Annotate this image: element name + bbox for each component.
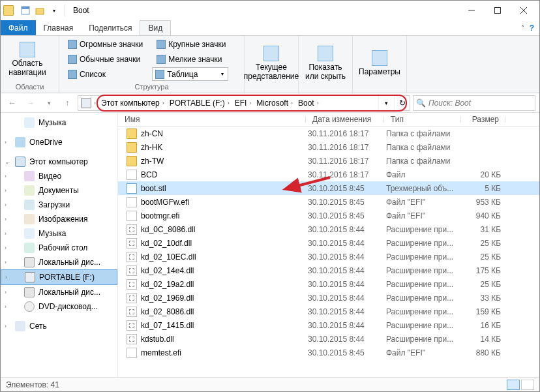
qat-new-folder-icon[interactable] xyxy=(33,4,46,17)
file-row[interactable]: bootmgr.efi30.10.2015 8:45Файл "EFI"940 … xyxy=(118,209,539,222)
crumb-efi[interactable]: EFI› xyxy=(232,96,254,110)
nav-music-label: Музыка xyxy=(38,118,66,127)
tab-home[interactable]: Главная xyxy=(36,20,82,35)
address-bar[interactable]: › Этот компьютер› PORTABLE (F:)› EFI› Mi… xyxy=(78,95,410,111)
nav-documents-label: Документы xyxy=(38,186,79,195)
file-type: Расширение при... xyxy=(386,307,463,316)
nav-dvd[interactable]: ›DVD-дисковод... xyxy=(1,299,117,314)
options-button[interactable]: Параметры xyxy=(357,48,402,79)
file-row[interactable]: zh-TW30.11.2016 18:17Папка с файлами xyxy=(118,154,539,168)
nav-pane-button[interactable]: Область навигации xyxy=(5,39,50,80)
nav-pane-label: Область навигации xyxy=(8,59,46,77)
recent-locations-button[interactable]: ▾ xyxy=(41,95,57,111)
back-button[interactable]: ← xyxy=(5,95,20,111)
file-name: bootMGFw.efi xyxy=(141,198,189,207)
show-hide-label: Показать или скрыть xyxy=(305,63,346,81)
search-input[interactable] xyxy=(428,98,532,108)
file-row[interactable]: memtest.efi30.10.2015 8:45Файл "EFI"880 … xyxy=(118,346,539,359)
tab-file[interactable]: Файл xyxy=(1,20,36,35)
file-row[interactable]: kd_02_1969.dll30.10.2015 8:44Расширение … xyxy=(118,291,539,305)
nav-images[interactable]: ›Изображения xyxy=(1,212,117,226)
nav-localdisk[interactable]: ›Локальный дис... xyxy=(1,255,117,269)
nav-portable[interactable]: ›PORTABLE (F:) xyxy=(1,269,117,285)
file-row[interactable]: kdstub.dll30.10.2015 8:44Расширение при.… xyxy=(118,332,539,346)
help-icon[interactable]: ? xyxy=(530,23,534,33)
crumb-microsoft[interactable]: Microsoft› xyxy=(254,96,295,110)
layout-large[interactable]: Крупные значки xyxy=(152,37,228,51)
maximize-button[interactable] xyxy=(485,1,511,20)
file-size: 880 КБ xyxy=(463,348,507,357)
nav-onedrive[interactable]: ›OneDrive xyxy=(1,135,117,149)
tab-share[interactable]: Поделиться xyxy=(81,20,140,35)
file-row[interactable]: zh-HK30.11.2016 18:17Папка с файлами xyxy=(118,140,539,154)
column-type[interactable]: Тип xyxy=(384,115,461,124)
view-icons-button[interactable] xyxy=(521,380,534,390)
tab-view[interactable]: Вид xyxy=(140,20,171,35)
layout-small[interactable]: Мелкие значки xyxy=(152,52,228,66)
collapse-ribbon-icon[interactable]: ˄ xyxy=(521,24,524,31)
qat-properties-icon[interactable] xyxy=(19,4,32,17)
minimize-button[interactable] xyxy=(458,1,485,20)
nav-music2[interactable]: ›Музыка xyxy=(1,226,117,241)
show-hide-button[interactable]: Показать или скрыть xyxy=(303,43,348,83)
file-size: 25 КБ xyxy=(463,280,507,289)
current-view-label: Текущее представление xyxy=(244,63,299,81)
address-dropdown-button[interactable]: ▾ xyxy=(378,96,394,110)
column-date[interactable]: Дата изменения xyxy=(306,115,384,124)
nav-portable-label: PORTABLE (F:) xyxy=(39,273,95,282)
layout-normal[interactable]: Обычные значки xyxy=(63,52,145,66)
file-row[interactable]: bootMGFw.efi30.10.2015 8:45Файл "EFI"953… xyxy=(118,195,539,209)
close-button[interactable] xyxy=(511,1,537,20)
file-name: boot.stl xyxy=(141,184,166,193)
crumb-efi-label: EFI xyxy=(235,98,247,108)
view-details-button[interactable] xyxy=(507,380,520,390)
column-name[interactable]: Имя xyxy=(118,115,306,124)
qat-dropdown-icon[interactable]: ▾ xyxy=(48,4,61,17)
column-size[interactable]: Размер xyxy=(461,115,505,124)
file-area: Имя Дата изменения Тип Размер zh-CN30.11… xyxy=(118,113,539,377)
file-row[interactable]: zh-CN30.11.2016 18:17Папка с файлами xyxy=(118,127,539,140)
file-row[interactable]: kd_0C_8086.dll30.10.2015 8:44Расширение … xyxy=(118,222,539,236)
file-row[interactable]: kd_02_14e4.dll30.10.2015 8:44Расширение … xyxy=(118,264,539,277)
nav-images-label: Изображения xyxy=(38,215,87,224)
nav-documents[interactable]: ›Документы xyxy=(1,183,117,198)
layout-huge[interactable]: Огромные значки xyxy=(63,37,145,51)
layout-table[interactable]: Таблица xyxy=(152,67,228,81)
nav-music[interactable]: Музыка xyxy=(1,115,117,130)
up-button[interactable]: ↑ xyxy=(59,95,75,111)
file-size: 953 КБ xyxy=(463,198,507,207)
layout-list[interactable]: Список xyxy=(63,67,145,81)
file-row[interactable]: kd_02_10df.dll30.10.2015 8:44Расширение … xyxy=(118,236,539,250)
file-name: kd_02_10df.dll xyxy=(141,239,192,248)
file-icon xyxy=(127,197,137,207)
nav-downloads[interactable]: ›Загрузки xyxy=(1,198,117,212)
file-row[interactable]: boot.stl30.10.2015 8:45Трехмерный объ...… xyxy=(118,181,539,195)
crumb-root[interactable]: Этот компьютер› xyxy=(98,96,167,110)
refresh-button[interactable]: ↻ xyxy=(394,96,410,110)
search-box[interactable]: 🔍 xyxy=(413,95,535,111)
nav-localdisk2[interactable]: ›Локальный дис... xyxy=(1,285,117,299)
current-view-button[interactable]: Текущее представление xyxy=(248,43,294,83)
layout-grid: Огромные значки Крупные значки Обычные з… xyxy=(63,37,228,81)
nav-desktop[interactable]: ›Рабочий стол xyxy=(1,241,117,255)
crumb-boot[interactable]: Boot› xyxy=(295,96,322,110)
file-row[interactable]: kd_07_1415.dll30.10.2015 8:44Расширение … xyxy=(118,318,539,332)
nav-this-pc[interactable]: ⌄Этот компьютер xyxy=(1,155,117,169)
file-type: Папка с файлами xyxy=(386,157,463,166)
nav-network[interactable]: ›Сеть xyxy=(1,319,117,333)
file-row[interactable]: BCD30.11.2016 18:17Файл20 КБ xyxy=(118,168,539,181)
layout-table-label: Таблица xyxy=(167,70,198,79)
file-row[interactable]: kd_02_8086.dll30.10.2015 8:44Расширение … xyxy=(118,305,539,318)
file-row[interactable]: kd_02_19a2.dll30.10.2015 8:44Расширение … xyxy=(118,277,539,291)
crumb-drive[interactable]: PORTABLE (F:)› xyxy=(167,96,232,110)
file-row[interactable]: kd_02_10EC.dll30.10.2015 8:44Расширение … xyxy=(118,250,539,264)
file-name: kd_07_1415.dll xyxy=(141,321,194,330)
forward-button[interactable]: → xyxy=(23,95,38,111)
svg-rect-4 xyxy=(495,8,501,14)
file-type: Расширение при... xyxy=(386,225,463,234)
dll-icon xyxy=(127,265,137,276)
layout-normal-label: Обычные значки xyxy=(80,55,140,64)
crumb-drive-label: PORTABLE (F:) xyxy=(170,98,225,108)
explorer-window: ▾ Boot Файл Главная Поделиться Вид ˄ ? О… xyxy=(0,0,540,392)
nav-video[interactable]: ›Видео xyxy=(1,169,117,183)
